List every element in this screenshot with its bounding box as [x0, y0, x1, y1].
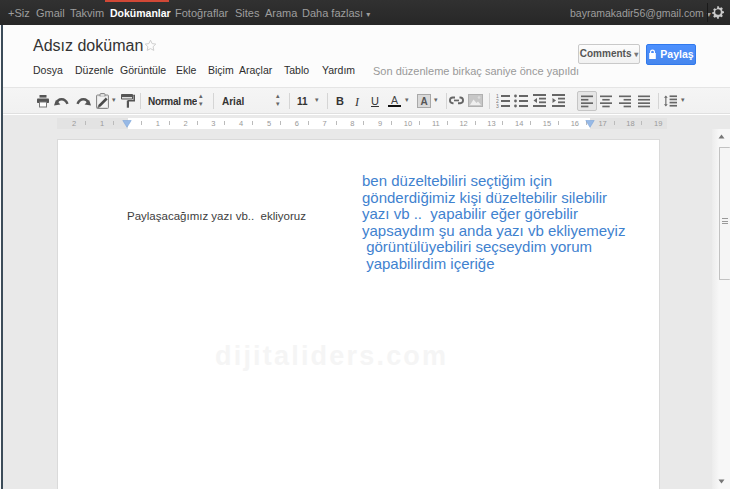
svg-text:3: 3	[496, 103, 499, 108]
svg-text:A: A	[420, 96, 427, 107]
